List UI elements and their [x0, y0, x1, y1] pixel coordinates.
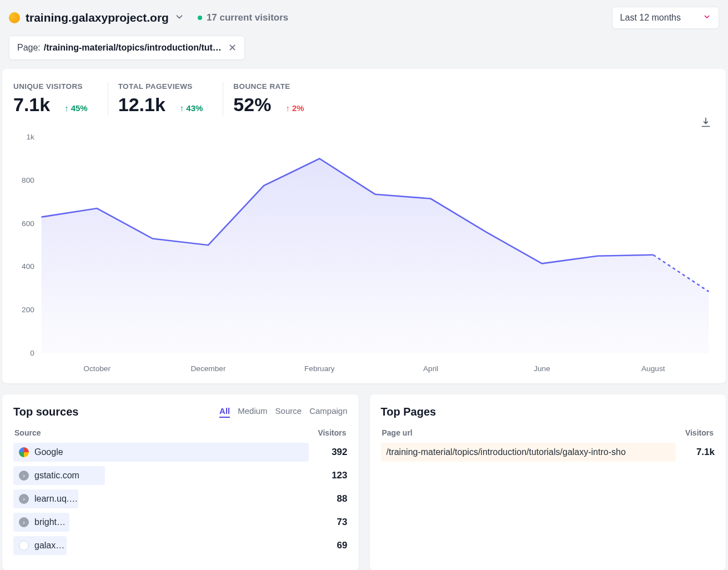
filter-pill-page[interactable]: Page: /training-material/topics/introduc…: [9, 36, 245, 60]
visitors-chart: 02004006008001kOctoberDecemberFebruaryAp…: [13, 131, 715, 377]
chevron-down-icon: [703, 13, 711, 23]
table-row[interactable]: Google392: [13, 443, 348, 462]
arrow-up-icon: ↑: [285, 103, 290, 113]
source-favicon-icon: ›: [19, 517, 29, 527]
source-name: Google: [34, 447, 63, 457]
chevron-down-icon: [174, 12, 184, 24]
col-source: Source: [14, 428, 41, 437]
source-name: galaxyproject.eu: [34, 541, 67, 551]
top-pages-panel: Top Pages Page url Visitors /training-ma…: [370, 394, 726, 570]
source-visitors: 123: [318, 470, 348, 481]
panels-row: Top sources AllMediumSourceCampaign Sour…: [2, 394, 726, 570]
site-selector[interactable]: training.galaxyproject.org: [9, 11, 184, 24]
x-tick-label: December: [190, 364, 226, 373]
source-visitors: 73: [318, 517, 348, 528]
filter-value: /training-material/topics/introduction/t…: [44, 43, 222, 53]
source-visitors: 392: [318, 447, 348, 458]
metric-label: UNIQUE VISITORS: [13, 82, 88, 91]
source-bar: ›gstatic.com: [13, 466, 105, 485]
source-favicon-icon: [19, 541, 29, 551]
panel-title: Top Pages: [381, 406, 436, 418]
period-label: Last 12 months: [620, 13, 681, 23]
table-row[interactable]: ›gstatic.com123: [13, 466, 348, 485]
arrow-up-icon: ↑: [64, 103, 69, 113]
x-tick-label: April: [423, 364, 438, 373]
source-bar: ›brightspace.avans.nl: [13, 513, 69, 532]
filter-row: Page: /training-material/topics/introduc…: [0, 33, 728, 69]
sources-list: Google392›gstatic.com123›learn.uq.edu.au…: [13, 443, 348, 555]
metric-delta: ↑ 45%: [64, 103, 88, 113]
header: training.galaxyproject.org 17 current vi…: [0, 0, 728, 33]
metrics-row: UNIQUE VISITORS7.1k↑ 45%TOTAL PAGEVIEWS1…: [13, 82, 715, 116]
source-name: brightspace.avans.nl: [34, 517, 69, 527]
source-favicon-icon: ›: [19, 471, 29, 481]
y-tick-label: 1k: [26, 133, 34, 141]
page-bar: /training-material/topics/introduction/t…: [381, 443, 676, 462]
header-left: training.galaxyproject.org 17 current vi…: [9, 11, 288, 24]
current-visitors-text: 17 current visitors: [207, 12, 288, 23]
y-tick-label: 200: [22, 306, 34, 314]
metric-value: 12.1k: [118, 94, 165, 116]
y-tick-label: 0: [30, 349, 34, 357]
current-visitors[interactable]: 17 current visitors: [198, 12, 288, 23]
tab-all[interactable]: All: [219, 406, 230, 418]
live-dot-icon: [198, 16, 202, 20]
table-row[interactable]: galaxyproject.eu69: [13, 536, 348, 555]
filter-label: Page:: [17, 43, 41, 53]
source-favicon-icon: [19, 447, 29, 457]
col-pageurl: Page url: [382, 428, 413, 437]
metric-delta: ↑ 43%: [180, 103, 203, 113]
tab-medium[interactable]: Medium: [238, 406, 267, 418]
table-row[interactable]: ›brightspace.avans.nl73: [13, 513, 348, 532]
top-sources-panel: Top sources AllMediumSourceCampaign Sour…: [2, 394, 359, 570]
metric-value: 52%: [233, 94, 271, 116]
source-name: gstatic.com: [34, 471, 79, 481]
metric-unique-visitors[interactable]: UNIQUE VISITORS7.1k↑ 45%: [13, 82, 108, 116]
metric-label: TOTAL PAGEVIEWS: [118, 82, 203, 91]
x-tick-label: June: [534, 364, 550, 373]
main-chart-card: UNIQUE VISITORS7.1k↑ 45%TOTAL PAGEVIEWS1…: [2, 69, 726, 383]
page-visitors: 7.1k: [685, 447, 715, 458]
close-icon[interactable]: ✕: [228, 42, 237, 54]
site-favicon-icon: [9, 12, 20, 23]
metric-bounce-rate[interactable]: BOUNCE RATE52%↑ 2%: [223, 82, 324, 116]
table-row[interactable]: /training-material/topics/introduction/t…: [381, 443, 715, 462]
col-visitors: Visitors: [685, 428, 714, 437]
source-visitors: 69: [318, 540, 348, 551]
tab-campaign[interactable]: Campaign: [309, 406, 347, 418]
panel-title: Top sources: [13, 406, 78, 418]
source-bar: Google: [13, 443, 309, 462]
pages-list: /training-material/topics/introduction/t…: [381, 443, 715, 462]
metric-delta: ↑ 2%: [285, 103, 304, 113]
source-name: learn.uq.edu.au: [34, 494, 78, 504]
y-tick-label: 400: [22, 262, 34, 271]
page-url: /training-material/topics/introduction/t…: [386, 447, 626, 457]
source-favicon-icon: ›: [19, 494, 29, 504]
source-visitors: 88: [318, 493, 348, 504]
sources-tabs: AllMediumSourceCampaign: [219, 406, 347, 418]
source-bar: galaxyproject.eu: [13, 536, 67, 555]
y-tick-label: 800: [22, 176, 34, 184]
period-selector[interactable]: Last 12 months: [612, 7, 719, 29]
table-row[interactable]: ›learn.uq.edu.au88: [13, 489, 348, 508]
tab-source[interactable]: Source: [275, 406, 302, 418]
site-name: training.galaxyproject.org: [26, 11, 169, 24]
y-tick-label: 600: [22, 219, 34, 228]
metric-total-pageviews[interactable]: TOTAL PAGEVIEWS12.1k↑ 43%: [108, 82, 224, 116]
x-tick-label: October: [83, 364, 111, 373]
x-tick-label: February: [304, 364, 335, 373]
chart-svg: 02004006008001kOctoberDecemberFebruaryAp…: [13, 131, 715, 377]
source-bar: ›learn.uq.edu.au: [13, 489, 78, 508]
metric-label: BOUNCE RATE: [233, 82, 304, 91]
col-visitors: Visitors: [318, 428, 346, 437]
download-icon[interactable]: [700, 117, 711, 130]
x-tick-label: August: [641, 364, 665, 373]
arrow-up-icon: ↑: [180, 103, 184, 113]
metric-value: 7.1k: [13, 94, 50, 116]
